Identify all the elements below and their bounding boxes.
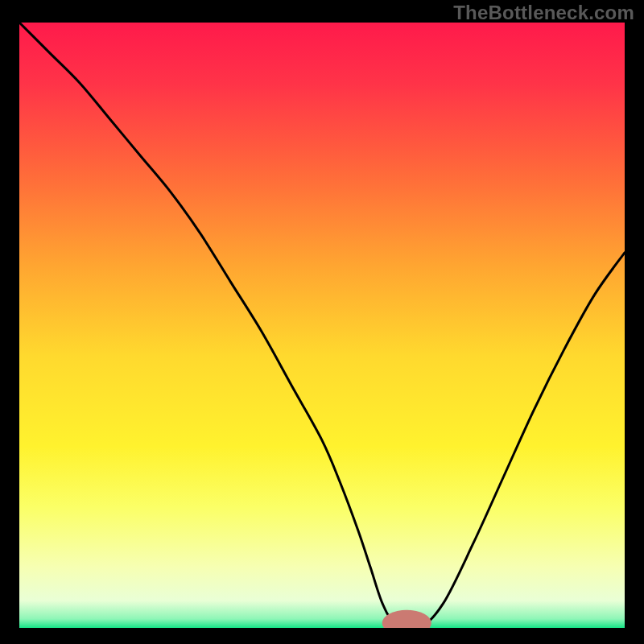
chart-frame: TheBottleneck.com	[0, 0, 644, 644]
plot-svg	[19, 23, 625, 628]
gradient-background	[19, 23, 625, 628]
watermark-text: TheBottleneck.com	[453, 2, 634, 24]
bottleneck-plot	[19, 23, 625, 628]
